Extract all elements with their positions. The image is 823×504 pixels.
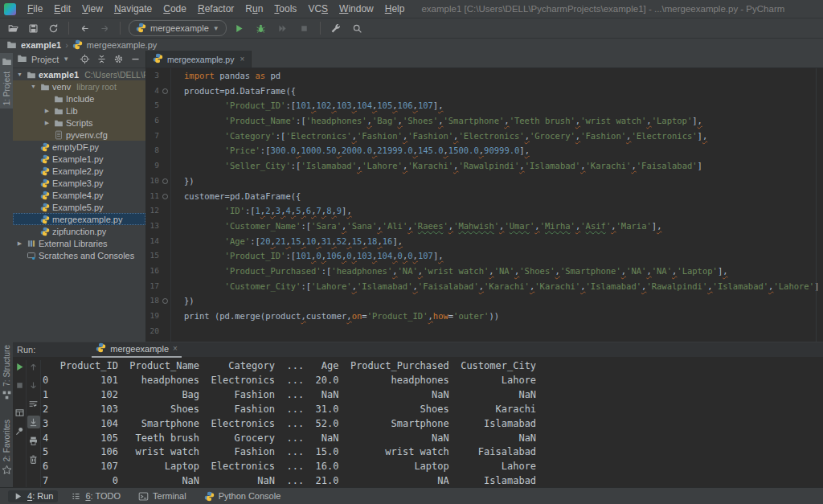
locate-button[interactable]: [79, 53, 91, 65]
menu-refactor[interactable]: Refactor: [192, 0, 240, 18]
code-editor[interactable]: 3import pandas as pd4product=pd.DataFram…: [146, 68, 823, 342]
menu-code[interactable]: Code: [158, 0, 192, 18]
line-number[interactable]: 20: [146, 324, 159, 339]
chevron-expanded-icon[interactable]: ▼: [29, 84, 38, 89]
up-button[interactable]: [27, 360, 40, 373]
line-number[interactable]: 14: [146, 234, 159, 249]
chevron-collapsed-icon[interactable]: ▶: [43, 108, 51, 114]
run-button[interactable]: [232, 21, 247, 35]
menu-help[interactable]: Help: [379, 0, 411, 18]
line-number[interactable]: 8: [146, 143, 159, 158]
tree-item[interactable]: ▶Scripts: [13, 117, 145, 129]
code-line[interactable]: 6 'Product_Name':['headphones','Bag','Sh…: [146, 113, 823, 129]
sync-button[interactable]: [46, 21, 60, 35]
editor-tab-mergeexample[interactable]: mergeexample.py ×: [146, 51, 252, 68]
code-line[interactable]: 8 'Price':[300.0,1000.50,2000.0,21999.0,…: [146, 143, 823, 158]
line-number[interactable]: 4: [146, 84, 159, 99]
close-icon[interactable]: ×: [240, 55, 244, 64]
code-line[interactable]: 11customer=pd.DataFrame({: [146, 189, 823, 204]
code-line[interactable]: 15 'Product_ID':[101,0,106,0,103,104,0,0…: [146, 248, 823, 264]
fold-marker[interactable]: [159, 84, 171, 99]
code-line[interactable]: 7 'Category':['Electronics','Fashion','F…: [146, 129, 823, 144]
menu-navigate[interactable]: Navigate: [109, 0, 158, 18]
print-button[interactable]: [27, 434, 40, 447]
line-number[interactable]: 5: [146, 98, 159, 113]
rerun-button[interactable]: [13, 360, 26, 373]
sidebar-tab-structure[interactable]: 7: Structure: [0, 342, 13, 405]
forward-button[interactable]: [97, 21, 112, 35]
search-button[interactable]: [350, 21, 365, 35]
menu-tools[interactable]: Tools: [268, 0, 302, 18]
tree-item[interactable]: Example5.py: [13, 201, 145, 213]
tree-item[interactable]: Scratches and Consoles: [13, 249, 145, 261]
tree-item[interactable]: Example4.py: [13, 189, 145, 201]
pin-button[interactable]: [13, 424, 26, 437]
debug-button[interactable]: [254, 21, 268, 35]
tree-item[interactable]: Example2.py: [13, 165, 145, 177]
fold-marker[interactable]: [159, 174, 171, 189]
line-number[interactable]: 18: [146, 293, 159, 309]
back-button[interactable]: [77, 21, 92, 35]
line-number[interactable]: 12: [146, 203, 159, 219]
chevron-down-icon[interactable]: ▼: [63, 55, 69, 63]
run-tab-mergeexample[interactable]: mergeexample ×: [92, 342, 182, 358]
code-line[interactable]: 12 'ID':[1,2,3,4,5,6,7,8,9],: [146, 203, 823, 219]
statusbar--todo[interactable]: 6: TODO: [66, 490, 125, 502]
project-panel-title[interactable]: Project: [31, 55, 59, 64]
line-number[interactable]: 17: [146, 279, 159, 294]
code-line[interactable]: 13 'Customer_Name':['Sara','Sana','Ali',…: [146, 219, 823, 234]
sidebar-tab-project[interactable]: 1: Project: [0, 53, 13, 109]
line-number[interactable]: 13: [146, 219, 159, 234]
line-number[interactable]: 15: [146, 248, 159, 264]
hide-button[interactable]: [129, 53, 141, 65]
collapse-all-button[interactable]: [96, 53, 108, 65]
menu-edit[interactable]: Edit: [48, 0, 76, 18]
chevron-expanded-icon[interactable]: ▼: [15, 72, 24, 77]
tree-item[interactable]: ▼example1C:\Users\DELL\Pycharm: [13, 68, 145, 80]
line-number[interactable]: 9: [146, 158, 159, 174]
menu-window[interactable]: Window: [334, 0, 379, 18]
chevron-collapsed-icon[interactable]: ▶: [43, 120, 51, 126]
tree-item[interactable]: mergeexample.py: [13, 213, 145, 225]
wrench-button[interactable]: [329, 21, 343, 35]
tree-item[interactable]: ▼venvlibrary root: [13, 80, 145, 92]
scroll-end-button[interactable]: [27, 416, 40, 428]
line-number[interactable]: 7: [146, 129, 159, 144]
code-line[interactable]: 9 'Seller_City':['Islamabad','Lahore','K…: [146, 158, 823, 174]
line-number[interactable]: 11: [146, 189, 159, 204]
code-line[interactable]: 5 'Product_ID':[101,102,103,104,105,106,…: [146, 98, 823, 113]
line-number[interactable]: 16: [146, 264, 159, 279]
breadcrumb-item[interactable]: example1: [21, 40, 61, 50]
menu-run[interactable]: Run: [240, 0, 268, 18]
fold-marker[interactable]: [159, 293, 171, 309]
code-line[interactable]: 17 'Customer_City':['Lahore','Islamabad'…: [146, 279, 823, 294]
code-line[interactable]: 19print (pd.merge(product,customer,on='P…: [146, 309, 823, 324]
soft-wrap-button[interactable]: [27, 397, 40, 410]
statusbar--run[interactable]: 4: Run: [8, 490, 58, 502]
settings-button[interactable]: [113, 53, 125, 65]
line-number[interactable]: 10: [146, 174, 159, 189]
fold-marker[interactable]: [159, 189, 171, 204]
breadcrumb-item[interactable]: mergeexample.py: [87, 40, 157, 50]
open-folder-button[interactable]: [6, 21, 20, 35]
code-line[interactable]: 14 'Age':[20,21,15,10,31,52,15,18,16],: [146, 234, 823, 249]
trash-button[interactable]: [27, 453, 40, 465]
code-line[interactable]: 18}): [146, 293, 823, 309]
line-number[interactable]: 6: [146, 113, 159, 129]
tree-item[interactable]: ▶External Libraries: [13, 237, 145, 249]
tree-item[interactable]: ▶Lib: [13, 104, 145, 117]
code-line[interactable]: 10}): [146, 174, 823, 189]
close-icon[interactable]: ×: [173, 344, 178, 353]
run-configuration-select[interactable]: mergeexample ▼: [129, 20, 227, 36]
layout-button[interactable]: [13, 406, 26, 419]
sidebar-tab-favorites[interactable]: 2: Favorites: [0, 416, 13, 480]
statusbar-python-console[interactable]: Python Console: [199, 490, 286, 502]
code-line[interactable]: 20: [146, 324, 823, 339]
line-number[interactable]: 19: [146, 309, 159, 324]
code-line[interactable]: 4product=pd.DataFrame({: [146, 84, 823, 99]
tree-item[interactable]: Include: [13, 92, 145, 104]
tree-item[interactable]: pyvenv.cfg: [13, 129, 145, 141]
tree-item[interactable]: Example1.py: [13, 153, 145, 165]
stop-dim-button[interactable]: [13, 379, 26, 391]
menu-view[interactable]: View: [76, 0, 109, 18]
